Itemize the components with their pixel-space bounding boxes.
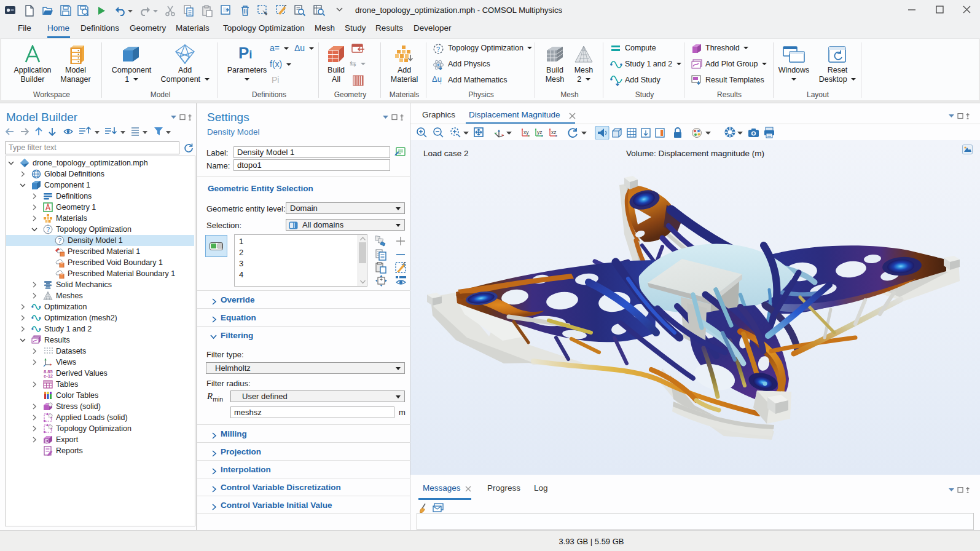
svg-text:xz: xz <box>551 129 557 135</box>
svg-text:?: ? <box>436 46 440 53</box>
svg-text:yz: yz <box>537 129 543 135</box>
svg-text:xy: xy <box>523 129 529 135</box>
